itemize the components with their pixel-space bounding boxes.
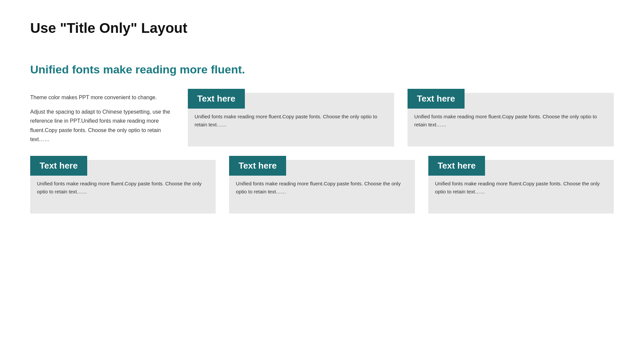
subtitle: Unified fonts make reading more fluent.	[30, 63, 614, 76]
card-top-1-body: Unified fonts make reading more fluent.C…	[188, 113, 394, 135]
card-bottom-1: Text here Unified fonts make reading mor…	[30, 160, 216, 214]
card-top-2-header: Text here	[408, 89, 465, 109]
card-bottom-3-body: Unified fonts make reading more fluent.C…	[428, 180, 614, 202]
card-bottom-2-body: Unified fonts make reading more fluent.C…	[229, 180, 415, 202]
card-top-2: Text here Unified fonts make reading mor…	[408, 93, 614, 146]
card-top-1: Text here Unified fonts make reading mor…	[188, 93, 394, 146]
left-paragraph-1: Theme color makes PPT more convenient to…	[30, 93, 174, 102]
main-title: Use "Title Only" Layout	[30, 20, 614, 36]
card-bottom-3-header: Text here	[428, 156, 485, 176]
top-cards-row: Text here Unified fonts make reading mor…	[188, 93, 614, 146]
bottom-section: Text here Unified fonts make reading mor…	[30, 160, 614, 214]
page-container: Use "Title Only" Layout Unified fonts ma…	[0, 0, 644, 234]
card-top-2-body: Unified fonts make reading more fluent.C…	[408, 113, 614, 135]
card-bottom-1-body: Unified fonts make reading more fluent.C…	[30, 180, 216, 202]
top-section: Theme color makes PPT more convenient to…	[30, 93, 614, 146]
card-bottom-2: Text here Unified fonts make reading mor…	[229, 160, 415, 214]
left-paragraph-2: Adjust the spacing to adapt to Chinese t…	[30, 107, 174, 144]
card-bottom-1-header: Text here	[30, 156, 87, 176]
left-text-block: Theme color makes PPT more convenient to…	[30, 93, 174, 146]
card-top-1-header: Text here	[188, 89, 245, 109]
card-bottom-3: Text here Unified fonts make reading mor…	[428, 160, 614, 214]
card-bottom-2-header: Text here	[229, 156, 286, 176]
